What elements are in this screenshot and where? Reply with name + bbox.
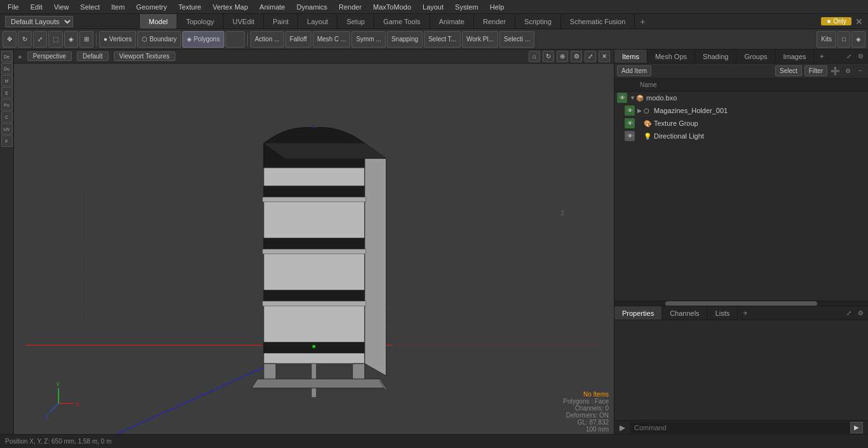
tab-scripting[interactable]: Scripting	[515, 14, 561, 29]
viewport-ctrl-close[interactable]: ✕	[599, 51, 610, 62]
panel-add-tab[interactable]: +	[815, 51, 830, 61]
cmd-run-btn[interactable]: ▶	[850, 422, 863, 433]
tool-square[interactable]: □	[837, 31, 850, 48]
mode-vertices[interactable]: ● Vertices	[99, 31, 136, 48]
tool-transform[interactable]: ✥	[3, 31, 17, 48]
command-input[interactable]	[630, 422, 850, 433]
viewport-textures[interactable]: Viewport Textures	[114, 51, 175, 61]
left-tool-2[interactable]: Du	[1, 63, 13, 74]
menu-help[interactable]: Help	[485, 2, 510, 12]
workplane-btn[interactable]: Work Pl...	[462, 31, 498, 48]
tab-topology[interactable]: Topology	[177, 14, 224, 29]
viewport[interactable]: ● Perspective Default Viewport Textures …	[14, 50, 614, 434]
tab-layout[interactable]: Layout	[298, 14, 337, 29]
prop-tab-channels[interactable]: Channels	[662, 306, 707, 320]
action-btn[interactable]: Action ...	[250, 31, 284, 48]
3d-canvas[interactable]: 2	[14, 64, 614, 434]
left-tool-8[interactable]: F	[1, 135, 13, 147]
left-tool-6[interactable]: C	[1, 111, 13, 123]
tool-frame[interactable]: ⬚	[48, 31, 63, 48]
menu-edit[interactable]: Edit	[25, 2, 48, 12]
layouts-dropdown[interactable]: Default Layouts	[5, 16, 73, 27]
menu-maxtomode[interactable]: MaxToModo	[368, 2, 416, 12]
mesh-btn[interactable]: Mesh C ...	[313, 31, 351, 48]
prop-tab-lists[interactable]: Lists	[708, 306, 738, 320]
items-settings-icon[interactable]: ⚙	[843, 66, 853, 76]
tree-item-modo-bxo[interactable]: 👁 ▼ 📦 modo.bxo	[614, 92, 868, 104]
eye-icon-1[interactable]: 👁	[617, 93, 627, 103]
eye-icon-2[interactable]: 👁	[625, 105, 635, 116]
panel-settings-icon[interactable]: ⚙	[855, 51, 865, 62]
viewport-ctrl-settings[interactable]: ⚙	[571, 51, 582, 62]
prop-add-tab[interactable]: +	[738, 308, 753, 318]
tree-item-magazines[interactable]: 👁 ▶ ⬡ Magazines_Holder_001	[614, 104, 868, 117]
mode-boundary[interactable]: ⬡ Boundary	[137, 31, 181, 48]
items-add-icon[interactable]: ➕	[830, 66, 840, 76]
kits-btn[interactable]: Kits	[817, 31, 836, 48]
selecti-btn[interactable]: Selecti ...	[499, 31, 534, 48]
menu-system[interactable]: System	[450, 2, 484, 12]
viewport-toggle-icon[interactable]: ●	[18, 53, 22, 60]
viewport-ctrl-refresh[interactable]: ↻	[543, 51, 554, 62]
menu-view[interactable]: View	[49, 2, 74, 12]
viewport-perspective[interactable]: Perspective	[27, 51, 72, 61]
menu-animate[interactable]: Animate	[254, 2, 290, 12]
layout-add-tab[interactable]: +	[635, 14, 650, 29]
items-select-btn[interactable]: Select	[775, 65, 802, 76]
menu-file[interactable]: File	[3, 2, 24, 12]
select-tool-btn[interactable]: Select T...	[424, 31, 461, 48]
tool-extra[interactable]	[226, 31, 245, 48]
menu-texture[interactable]: Texture	[173, 2, 207, 12]
tab-uvedit[interactable]: UVEdit	[224, 14, 264, 29]
left-tool-7[interactable]: UV	[1, 123, 13, 135]
menu-layout[interactable]: Layout	[417, 2, 449, 12]
snapping-btn[interactable]: Snapping	[387, 31, 423, 48]
menu-item[interactable]: Item	[106, 2, 130, 12]
panel-tab-images[interactable]: Images	[776, 50, 815, 63]
left-tool-5[interactable]: Po	[1, 99, 13, 111]
tab-game-tools[interactable]: Game Tools	[374, 14, 430, 29]
left-tool-4[interactable]: E	[1, 87, 13, 98]
tab-schematic-fusion[interactable]: Schematic Fusion	[561, 14, 635, 29]
tool-rotate[interactable]: ↻	[18, 31, 32, 48]
menu-dynamics[interactable]: Dynamics	[292, 2, 332, 12]
arrow-2[interactable]: ▶	[637, 107, 644, 114]
tab-animate[interactable]: Animate	[430, 14, 474, 29]
close-window-icon[interactable]: ✕	[855, 17, 863, 27]
viewport-ctrl-zoom[interactable]: ⊕	[557, 51, 568, 62]
viewport-ctrl-home[interactable]: ⌂	[529, 51, 540, 62]
tab-paint[interactable]: Paint	[264, 14, 298, 29]
panel-tab-groups[interactable]: Groups	[736, 50, 775, 63]
prop-settings-icon[interactable]: ⚙	[855, 308, 865, 318]
tab-model[interactable]: Model	[140, 14, 177, 29]
add-item-btn[interactable]: Add Item	[617, 65, 651, 76]
menu-geometry[interactable]: Geometry	[131, 2, 172, 12]
prop-tab-properties[interactable]: Properties	[614, 306, 662, 320]
tree-item-light[interactable]: 👁 💡 Directional Light	[614, 130, 868, 142]
left-tool-3[interactable]: M	[1, 75, 13, 86]
items-tree[interactable]: 👁 ▼ 📦 modo.bxo 👁 ▶ ⬡ Magazines_Holder_00…	[614, 92, 868, 301]
prop-expand-icon[interactable]: ⤢	[844, 308, 854, 318]
eye-icon-4[interactable]: 👁	[625, 131, 635, 141]
panel-expand-icon[interactable]: ⤢	[844, 51, 854, 62]
tab-render[interactable]: Render	[474, 14, 515, 29]
mode-polygons[interactable]: ◈ Polygons	[182, 31, 224, 48]
viewport-shading[interactable]: Default	[77, 51, 109, 61]
items-scrollbar[interactable]	[614, 301, 868, 306]
falloff-btn[interactable]: Falloff	[285, 31, 311, 48]
eye-icon-3[interactable]: 👁	[625, 118, 635, 128]
panel-tab-shading[interactable]: Shading	[695, 50, 736, 63]
panel-tab-items[interactable]: Items	[614, 50, 648, 63]
symm-btn[interactable]: Symm ...	[351, 31, 385, 48]
panel-tab-mesh-ops[interactable]: Mesh Ops	[648, 50, 695, 63]
star-only-btn[interactable]: ★ Only	[821, 17, 851, 25]
tool-diamond[interactable]: ◈	[851, 31, 865, 48]
tool-select-all[interactable]: ◈	[64, 31, 78, 48]
tool-snapping-toggle[interactable]: ⊞	[79, 31, 93, 48]
left-tool-1[interactable]: De	[1, 51, 13, 62]
tool-scale[interactable]: ⤢	[33, 31, 47, 48]
menu-select[interactable]: Select	[75, 2, 105, 12]
tab-setup[interactable]: Setup	[337, 14, 374, 29]
menu-vertex-map[interactable]: Vertex Map	[208, 2, 254, 12]
items-minus-icon[interactable]: −	[855, 66, 865, 76]
